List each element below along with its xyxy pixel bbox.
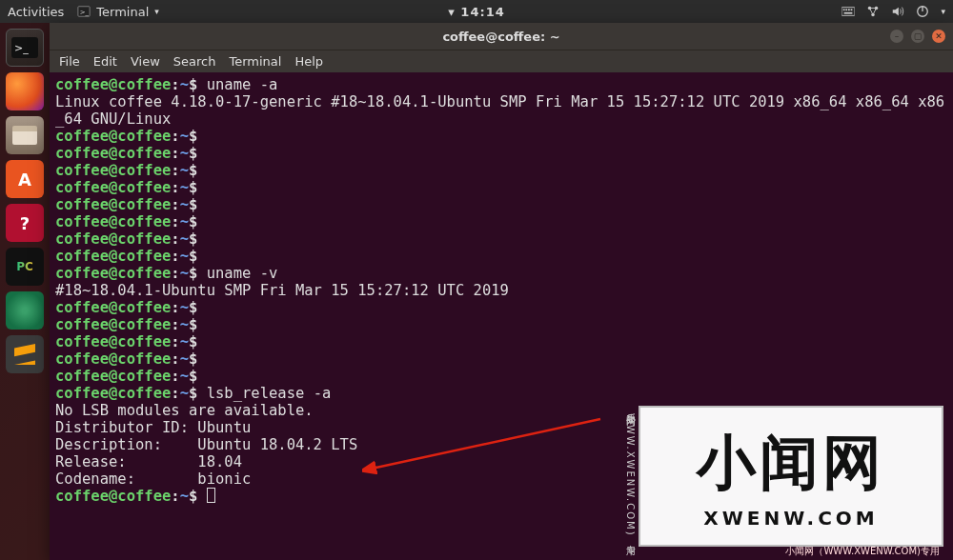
chevron-down-icon: ▾ <box>154 7 159 16</box>
menubar: File Edit View Search Terminal Help <box>50 50 953 72</box>
activities-button[interactable]: Activities <box>8 5 64 19</box>
lsb-description: Description: Ubuntu 18.04.2 LTS <box>55 436 357 453</box>
menu-terminal[interactable]: Terminal <box>229 54 281 69</box>
chevron-down-icon: ▾ <box>941 7 945 16</box>
gnome-topbar: Activities >_ Terminal ▾ ▾ 14:14 ▾ <box>0 0 953 23</box>
svg-rect-7 <box>844 12 853 14</box>
titlebar[interactable]: coffee@coffee: ~ – ▢ ✕ <box>50 23 953 50</box>
power-icon[interactable] <box>916 5 929 18</box>
svg-rect-5 <box>848 9 850 10</box>
window-title: coffee@coffee: ~ <box>442 30 559 44</box>
watermark-foot: 小闻网（WWW.XWENW.COM)专用 <box>785 545 940 558</box>
cmd-lsb-release: lsb_release -a <box>207 385 332 402</box>
watermark-side: 小闻网（WWW.XWENW.COM)专用 <box>623 406 637 541</box>
dock-pycharm[interactable]: PC <box>6 248 44 286</box>
dock-files[interactable] <box>6 116 44 154</box>
minimize-button[interactable]: – <box>890 30 903 43</box>
cursor <box>207 488 215 503</box>
menu-edit[interactable]: Edit <box>93 54 117 69</box>
watermark-big: 小闻网 <box>697 423 885 503</box>
dock-software[interactable]: A <box>6 160 44 198</box>
maximize-button[interactable]: ▢ <box>911 30 924 43</box>
svg-rect-6 <box>851 9 853 10</box>
menu-file[interactable]: File <box>59 54 80 69</box>
svg-rect-2 <box>841 8 855 16</box>
dock: >_ A ? PC <box>0 23 50 560</box>
dock-help[interactable]: ? <box>6 204 44 242</box>
out-uname-a: Linux coffee 4.18.0-17-generic #18~18.04… <box>55 93 944 128</box>
app-menu[interactable]: >_ Terminal ▾ <box>77 5 158 19</box>
watermark-small: XWENW.COM <box>703 507 879 530</box>
watermark-box: 小闻网 XWENW.COM <box>639 406 943 547</box>
cmd-uname-v: uname -v <box>207 265 278 282</box>
network-icon[interactable] <box>866 5 880 18</box>
menu-help[interactable]: Help <box>294 54 323 69</box>
menu-search[interactable]: Search <box>173 54 216 69</box>
volume-icon[interactable] <box>891 5 904 18</box>
dock-terminal[interactable]: >_ <box>6 29 44 67</box>
out-uname-v: #18~18.04.1-Ubuntu SMP Fri Mar 15 15:27:… <box>55 282 509 299</box>
svg-rect-3 <box>843 9 845 10</box>
keyboard-icon[interactable] <box>841 5 855 18</box>
app-menu-label: Terminal <box>96 5 149 19</box>
dock-sublime[interactable] <box>6 335 44 373</box>
dock-atom[interactable] <box>6 291 44 330</box>
menu-view[interactable]: View <box>131 54 160 69</box>
svg-rect-4 <box>846 9 848 10</box>
dock-firefox[interactable] <box>6 72 44 110</box>
close-button[interactable]: ✕ <box>932 30 945 43</box>
terminal-icon: >_ <box>77 5 91 18</box>
clock[interactable]: ▾ 14:14 <box>448 5 504 19</box>
cmd-uname-a: uname -a <box>207 76 278 93</box>
svg-text:>_: >_ <box>80 9 90 16</box>
system-tray[interactable]: ▾ <box>841 5 945 18</box>
